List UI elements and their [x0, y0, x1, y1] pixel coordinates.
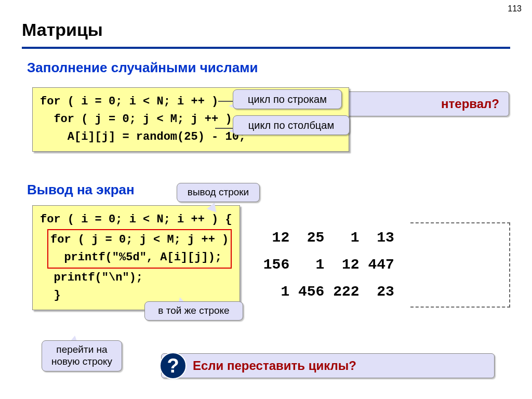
matrix-output-sample: 12 25 1 13 156 1 12 447 1 456 222 23 — [255, 224, 394, 305]
code-line: printf("%5d", A[i][j]); — [50, 251, 222, 264]
code-line: for ( i = 0; i < N; i ++ ) { — [40, 213, 232, 226]
code-line: A[i][j] = random(25) - 10; — [40, 130, 246, 143]
subtitle-fill-random: Заполнение случайными числами — [27, 60, 258, 76]
code-block-output: for ( i = 0; i < N; i ++ ) { for ( j = 0… — [32, 205, 240, 310]
page-title: Матрицы — [22, 20, 103, 40]
callout-loop-rows: цикл по строкам — [233, 89, 342, 109]
connector-line — [218, 101, 234, 102]
code-line: } — [40, 289, 61, 302]
question-box-swap-loops: ? Если переставить циклы? — [161, 353, 495, 378]
code-line: for ( i = 0; i < N; i ++ ) — [40, 95, 218, 108]
question-text-interval: нтервал? — [441, 97, 509, 111]
code-line: for ( j = 0; j < M; j ++ ) — [50, 233, 229, 246]
callout-same-line: в той же строке — [144, 301, 243, 321]
title-underline — [22, 47, 510, 49]
code-line: for ( j = 0; j < M; j ++ ) — [40, 113, 232, 126]
callout-newline: перейти на новую строку — [42, 340, 122, 371]
question-text-swap: Если переставить циклы? — [193, 358, 356, 373]
page-number: 113 — [508, 4, 522, 14]
callout-output-row: вывод строки — [177, 183, 260, 202]
code-line: printf("\n"); — [40, 271, 143, 284]
callout-loop-cols: цикл по столбцам — [233, 115, 350, 135]
question-mark-icon: ? — [159, 352, 187, 379]
highlighted-inner-loop: for ( j = 0; j < M; j ++ ) printf("%5d",… — [47, 229, 232, 269]
matrix-dashed-box — [410, 222, 510, 308]
subtitle-output: Вывод на экран — [27, 182, 135, 198]
